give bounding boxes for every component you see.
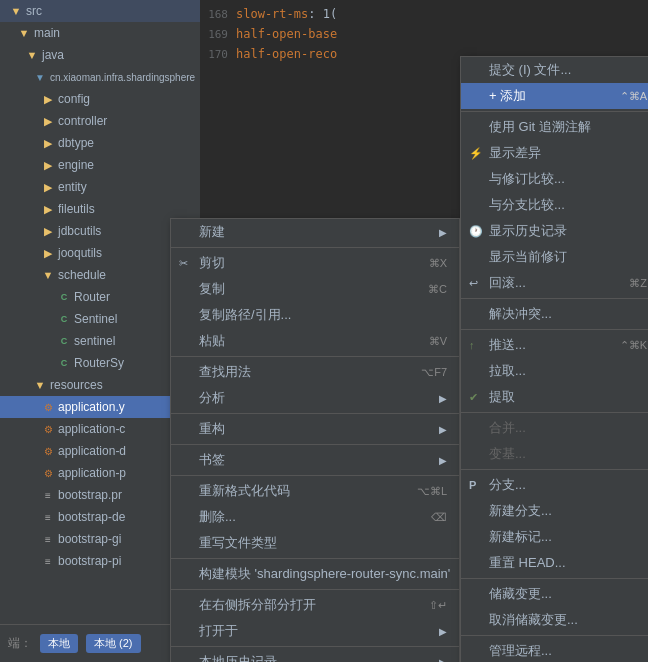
tree-item-controller[interactable]: ▶ controller	[0, 110, 200, 132]
folder-icon: ▶	[40, 179, 56, 195]
ctx-git-history[interactable]: 🕐 显示历史记录	[461, 218, 648, 244]
tree-item-entity[interactable]: ▶ entity	[0, 176, 200, 198]
ctx-item-label: 变基...	[489, 445, 526, 463]
ctx-git-resolve[interactable]: 解决冲突...	[461, 301, 648, 327]
ctx-item-new[interactable]: 新建 ▶	[171, 219, 459, 245]
ctx-separator	[461, 329, 648, 330]
ctx-item-paste[interactable]: 粘贴 ⌘V	[171, 328, 459, 354]
tree-label: engine	[58, 158, 94, 172]
tree-label: config	[58, 92, 90, 106]
folder-icon: ▶	[40, 201, 56, 217]
ctx-git-branch[interactable]: P 分支...	[461, 472, 648, 498]
code-line: 169 half-open-base	[200, 24, 648, 44]
ctx-item-filetype[interactable]: 重写文件类型	[171, 530, 459, 556]
ctx-git-rollback[interactable]: ↩ 回滚... ⌘Z	[461, 270, 648, 296]
xml-icon: ⚙	[40, 443, 56, 459]
ctx-item-copy[interactable]: 复制 ⌘C	[171, 276, 459, 302]
ctx-git-new-tag[interactable]: 新建标记...	[461, 524, 648, 550]
xml-icon: ⚙	[40, 421, 56, 437]
ctx-item-label: 显示历史记录	[489, 222, 567, 240]
ctx-item-label: 取消储藏变更...	[489, 611, 578, 629]
submenu-arrow-icon: ▶	[439, 393, 447, 404]
ctx-separator	[461, 578, 648, 579]
status-label: 端：	[8, 635, 32, 652]
ctx-separator	[171, 247, 459, 248]
ctx-item-label: 重写文件类型	[199, 534, 277, 552]
tree-label: resources	[50, 378, 103, 392]
tree-item-fileutils[interactable]: ▶ fileutils	[0, 198, 200, 220]
tree-item-dbtype[interactable]: ▶ dbtype	[0, 132, 200, 154]
ctx-git-fetch[interactable]: ✔ 提取	[461, 384, 648, 410]
tree-item-pkg[interactable]: ▼ cn.xiaoman.infra.shardingsphere	[0, 66, 200, 88]
tree-item-config[interactable]: ▶ config	[0, 88, 200, 110]
ctx-item-bookmark[interactable]: 书签 ▶	[171, 447, 459, 473]
submenu-arrow-icon: ▶	[439, 455, 447, 466]
ctx-item-label: 拉取...	[489, 362, 526, 380]
ctx-item-delete[interactable]: 删除... ⌫	[171, 504, 459, 530]
ctx-item-copy-path[interactable]: 复制路径/引用...	[171, 302, 459, 328]
ctx-item-build[interactable]: 构建模块 'shardingsphere-router-sync.main'	[171, 561, 459, 587]
ctx-item-label: 与分支比较...	[489, 196, 565, 214]
tree-label: bootstrap-de	[58, 510, 125, 524]
ctx-separator	[171, 558, 459, 559]
ctx-item-label: 新建分支...	[489, 502, 552, 520]
ctx-git-annotate[interactable]: 使用 Git 追溯注解	[461, 114, 648, 140]
ctx-shortcut: ⌫	[431, 511, 447, 524]
ctx-git-add[interactable]: + 添加 ⌃⌘A	[461, 83, 648, 109]
folder-icon: ▶	[40, 135, 56, 151]
ctx-item-label: 新建标记...	[489, 528, 552, 546]
ctx-item-split-open[interactable]: 在右侧拆分部分打开 ⇧↵	[171, 592, 459, 618]
ctx-separator	[171, 444, 459, 445]
ctx-item-label: 剪切	[199, 254, 225, 272]
ctx-separator	[461, 111, 648, 112]
ctx-item-label: 显示差异	[489, 144, 541, 162]
tree-item-main[interactable]: ▼ main	[0, 22, 200, 44]
ctx-separator	[461, 298, 648, 299]
xml-icon: ⚙	[40, 465, 56, 481]
ctx-git-stash[interactable]: 储藏变更...	[461, 581, 648, 607]
ctx-item-label: 本地历史记录	[199, 653, 277, 662]
ctx-item-find-usages[interactable]: 查找用法 ⌥F7	[171, 359, 459, 385]
ctx-separator	[171, 475, 459, 476]
ctx-item-label: 查找用法	[199, 363, 251, 381]
ctx-item-refactor[interactable]: 重构 ▶	[171, 416, 459, 442]
ctx-item-local-history[interactable]: 本地历史记录 ▶	[171, 649, 459, 662]
tree-label: dbtype	[58, 136, 94, 150]
ctx-item-label: 粘贴	[199, 332, 225, 350]
ctx-git-show-diff[interactable]: ⚡ 显示差异	[461, 140, 648, 166]
tree-label: bootstrap.pr	[58, 488, 122, 502]
diff-icon: ⚡	[469, 147, 483, 160]
ctx-item-open-in[interactable]: 打开于 ▶	[171, 618, 459, 644]
check-icon: ✔	[469, 391, 478, 404]
ctx-git-show-current[interactable]: 显示当前修订	[461, 244, 648, 270]
tree-item-src[interactable]: ▼ src	[0, 0, 200, 22]
ctx-shortcut: ⇧↵	[429, 599, 447, 612]
ctx-git-manage-remote[interactable]: 管理远程...	[461, 638, 648, 662]
ctx-item-analyze[interactable]: 分析 ▶	[171, 385, 459, 411]
line-content: half-open-reco	[236, 47, 337, 61]
ctx-git-compare-rev[interactable]: 与修订比较...	[461, 166, 648, 192]
ctx-shortcut: ⌥⌘L	[417, 485, 447, 498]
tree-item-engine[interactable]: ▶ engine	[0, 154, 200, 176]
ctx-git-commit[interactable]: 提交 (I) 文件...	[461, 57, 648, 83]
line-content: half-open-base	[236, 27, 337, 41]
ctx-item-cut[interactable]: ✂ 剪切 ⌘X	[171, 250, 459, 276]
submenu-arrow-icon: ▶	[439, 227, 447, 238]
folder-icon: ▶	[40, 245, 56, 261]
ctx-git-compare-branch[interactable]: 与分支比较...	[461, 192, 648, 218]
status-tab-local2[interactable]: 本地 (2)	[86, 634, 141, 653]
ctx-separator	[461, 412, 648, 413]
tree-label: Router	[74, 290, 110, 304]
ctx-item-reformat[interactable]: 重新格式化代码 ⌥⌘L	[171, 478, 459, 504]
tree-label: schedule	[58, 268, 106, 282]
ctx-separator	[171, 356, 459, 357]
ctx-git-pull[interactable]: 拉取...	[461, 358, 648, 384]
ctx-git-new-branch[interactable]: 新建分支...	[461, 498, 648, 524]
ctx-shortcut: ⌘V	[429, 335, 447, 348]
status-tab-local[interactable]: 本地	[40, 634, 78, 653]
ctx-git-reset-head[interactable]: 重置 HEAD...	[461, 550, 648, 576]
code-line: 168 slow-rt-ms: 1(	[200, 4, 648, 24]
tree-item-java[interactable]: ▼ java	[0, 44, 200, 66]
ctx-git-push[interactable]: ↑ 推送... ⌃⌘K	[461, 332, 648, 358]
ctx-git-unstash[interactable]: 取消储藏变更...	[461, 607, 648, 633]
